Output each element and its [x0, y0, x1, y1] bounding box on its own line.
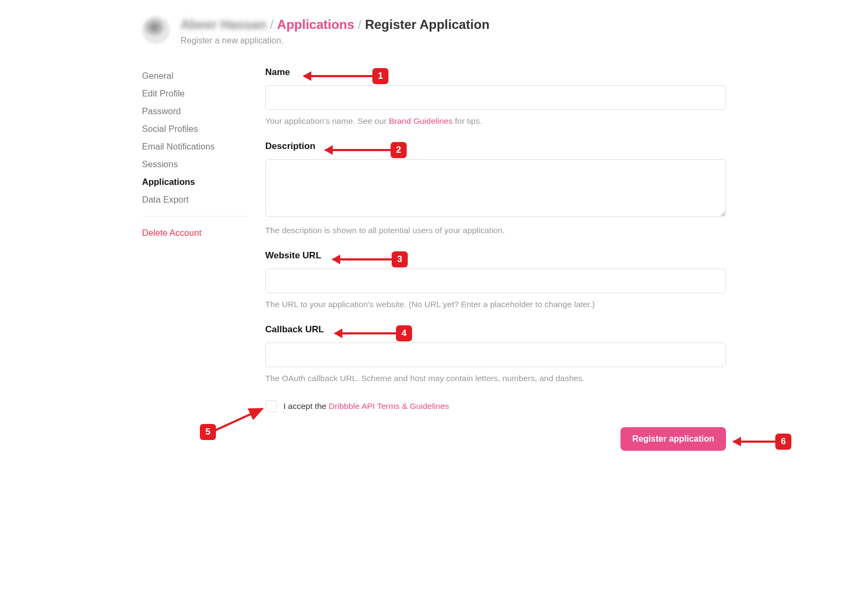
sidebar-item-edit-profile[interactable]: Edit Profile	[142, 85, 249, 102]
callback-url-hint: The OAuth callback URL. Scheme and host …	[265, 374, 726, 383]
field-callback-url: Callback URL The OAuth callback URL. Sch…	[265, 324, 726, 383]
annotation-5: 5	[200, 424, 216, 440]
sidebar-item-general[interactable]: General	[142, 67, 249, 85]
breadcrumb-current: Register Application	[365, 17, 489, 32]
name-label: Name	[265, 67, 726, 78]
field-description: Description The description is shown to …	[265, 141, 726, 235]
callback-url-input[interactable]	[265, 342, 726, 367]
sidebar: General Edit Profile Password Social Pro…	[142, 67, 249, 451]
callback-url-label: Callback URL	[265, 324, 726, 335]
sidebar-item-sessions[interactable]: Sessions	[142, 155, 249, 173]
website-url-hint: The URL to your application's website. (…	[265, 300, 726, 309]
field-name: Name Your application's name. See our Br…	[265, 67, 726, 126]
accept-terms-text: I accept the Dribbble API Terms & Guidel…	[283, 401, 449, 411]
website-url-input[interactable]	[265, 269, 726, 293]
sidebar-item-applications[interactable]: Applications	[142, 173, 249, 191]
description-input[interactable]	[265, 159, 726, 217]
sidebar-item-password[interactable]: Password	[142, 102, 249, 120]
name-input[interactable]	[265, 85, 726, 110]
breadcrumb: Abeer Hassan / Applications / Register A…	[181, 17, 490, 33]
name-hint: Your application's name. See our Brand G…	[265, 116, 726, 126]
sidebar-item-data-export[interactable]: Data Export	[142, 191, 249, 208]
brand-guidelines-link[interactable]: Brand Guidelines	[389, 116, 453, 125]
submit-row: Register application 6	[265, 427, 726, 451]
avatar[interactable]	[142, 16, 170, 44]
sidebar-item-email-notifications[interactable]: Email Notifications	[142, 138, 249, 155]
annotation-6: 6	[734, 434, 791, 450]
page-header: Abeer Hassan / Applications / Register A…	[142, 16, 726, 46]
sidebar-item-social-profiles[interactable]: Social Profiles	[142, 120, 249, 138]
field-website-url: Website URL The URL to your application'…	[265, 250, 726, 309]
page-subtitle: Register a new application.	[181, 36, 490, 46]
accept-terms-row: I accept the Dribbble API Terms & Guidel…	[265, 400, 726, 412]
sidebar-divider	[142, 216, 249, 217]
api-terms-link[interactable]: Dribbble API Terms & Guidelines	[328, 401, 449, 411]
breadcrumb-user[interactable]: Abeer Hassan	[181, 17, 266, 32]
breadcrumb-applications[interactable]: Applications	[277, 17, 354, 32]
accept-terms-checkbox[interactable]	[265, 400, 277, 412]
description-label: Description	[265, 141, 726, 152]
form-area: Name Your application's name. See our Br…	[265, 67, 726, 451]
sidebar-item-delete-account[interactable]: Delete Account	[142, 224, 249, 242]
description-hint: The description is shown to all potentia…	[265, 226, 726, 235]
website-url-label: Website URL	[265, 250, 726, 261]
register-application-button[interactable]: Register application	[620, 427, 726, 451]
